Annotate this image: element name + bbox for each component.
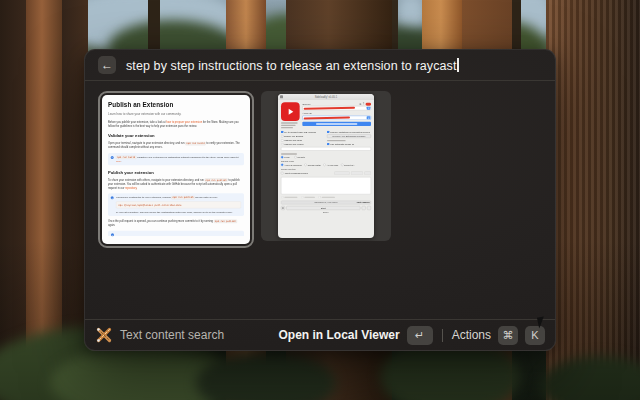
radio-selected [281, 164, 283, 166]
checkbox-unchecked [281, 139, 283, 141]
tweak-injection-label: Tweak injection [281, 168, 371, 170]
doc-paragraph: Once the pull request is opened, you can… [108, 219, 244, 227]
primary-action-label: Open in Local Viewer [278, 328, 399, 342]
search-query-text: step by step instructions to release an … [126, 59, 456, 73]
idevice-dropdown: ▾ [302, 106, 371, 110]
mac-window-body: iDevice ⊕ ? [278, 100, 374, 217]
gear-icon: ⚙ [281, 206, 285, 210]
info-icon: i [111, 233, 114, 236]
footer-divider [442, 329, 443, 342]
idevice-label: iDevice [302, 102, 310, 105]
disabled-options-row [281, 196, 371, 198]
inline-code: npm run publish [171, 196, 194, 199]
command-key-badge: ⌘ [498, 326, 518, 345]
redaction-scribble [304, 116, 350, 119]
dylib-list-area [281, 177, 371, 194]
text-caret [457, 58, 459, 72]
remove-app-extensions-button: Remove App Extensions (Plugins) [327, 134, 371, 138]
status-text: Done. [281, 211, 371, 213]
chevron-down-icon: ▾ [367, 107, 371, 110]
search-bar[interactable]: ← step by step instructions to release a… [85, 50, 555, 80]
back-button[interactable]: ← [98, 56, 116, 74]
blue-action-bar [302, 122, 371, 126]
doc-title: Publish an Extension [108, 100, 244, 109]
raycast-window: ← step by step instructions to release a… [84, 49, 556, 351]
apple-id-label: Apple ID [302, 112, 371, 115]
radio-unselected [304, 164, 306, 166]
return-key-badge: ↵ [407, 326, 433, 345]
inline-code: npm run publish [205, 178, 228, 181]
search-input[interactable]: step by step instructions to release an … [126, 58, 459, 73]
checkbox-checked [327, 143, 329, 145]
past-changes-label: Past changes [357, 201, 370, 203]
doc-heading-publish: Publish your extension [108, 169, 244, 175]
doc-subtitle: Learn how to share your extension with o… [108, 112, 244, 116]
disabled-button [364, 171, 371, 175]
mac-titlebar: Sideloadly! v0.40.1 [278, 94, 374, 100]
mac-window-title: Sideloadly! v0.40.1 [315, 95, 338, 98]
actions-label: Actions [452, 328, 491, 342]
inline-code: npm run publish [214, 220, 237, 223]
tweak-row: Inject dylibs/frameworks [281, 171, 371, 175]
radio-unselected [341, 164, 343, 166]
checkbox-checked [281, 131, 283, 133]
radio-unselected [294, 156, 296, 158]
square-button [362, 206, 366, 210]
actions-menu-button[interactable]: Actions ⌘ K [452, 326, 545, 345]
k-key-badge: K [525, 326, 545, 345]
disabled-button [334, 171, 349, 175]
doc-paragraph: Before you publish your extension, take … [108, 121, 244, 129]
checkbox-unchecked [281, 172, 283, 174]
doc-heading-validate: Validate your extension [108, 133, 244, 139]
crossed-ropes-icon [96, 327, 112, 343]
sideloadly-footer-bar: sideloadly.io, your home Past changes [281, 201, 371, 205]
results-grid: Publish an Extension Learn how to share … [85, 81, 555, 319]
result-app-screenshot[interactable]: Sideloadly! v0.40.1 [261, 91, 391, 241]
signing-mode-radios: Apple ID Sideload Normal install Ad-hoc … [281, 164, 371, 166]
unreadable-label-bar [281, 153, 297, 154]
square-button [367, 206, 371, 210]
start-row: ⚙ Start [281, 206, 371, 210]
open-in-local-viewer-button[interactable]: Open in Local Viewer ↵ [278, 326, 432, 345]
unreadable-label-bar [327, 140, 346, 141]
back-icon: ← [101, 59, 113, 71]
mode-label: Text content search [120, 328, 224, 342]
checkbox-checked [327, 131, 329, 133]
doc-link: how to prepare your extension [166, 121, 202, 124]
doc-paragraph: To share your extension with others, nav… [108, 178, 244, 190]
radio-selected [281, 156, 283, 158]
result-doc-screenshot-selected[interactable]: Publish an Extension Learn how to share … [98, 91, 254, 248]
doc-info-box: i If someone contributes to your extensi… [108, 193, 244, 216]
app-icon [280, 95, 283, 98]
radio-unselected [323, 164, 325, 166]
doc-paragraph: Open your terminal, navigate to your ext… [108, 142, 244, 150]
redaction-scribble [304, 107, 356, 110]
disabled-button [351, 171, 363, 175]
checkbox-unchecked [281, 135, 283, 137]
play-icon [288, 109, 293, 115]
doc-info-box: i npm run build validates your extension… [108, 153, 244, 165]
footer-bar: Text content search Open in Local Viewer… [85, 320, 555, 350]
info-icon: i [111, 156, 114, 159]
chevron-down-icon: ▾ [367, 116, 371, 119]
options-grid: Try to support older iOS versions Remove… [281, 131, 371, 146]
doc-screenshot: Publish an Extension Learn how to share … [102, 95, 250, 244]
signing-mode-label: Signing Mode [281, 160, 371, 162]
info-icon: i [111, 196, 114, 199]
inline-code: npm run build [185, 142, 205, 145]
doc-info-box-cut: i [108, 231, 244, 236]
app-version-lines [281, 122, 300, 128]
code-block: npx @raycast/api@latest pull-contributio… [116, 201, 241, 208]
sideloadly-window: Sideloadly! v0.40.1 [278, 94, 374, 238]
apple-id-dropdown: ▾ [302, 116, 371, 120]
doc-link: repository [125, 186, 137, 189]
youtube-app-icon [281, 102, 300, 121]
text-field [281, 147, 371, 151]
doc-page: Publish an Extension Learn how to share … [102, 95, 250, 244]
checkbox-unchecked [281, 143, 283, 145]
location-radios: Local Remote [281, 156, 371, 158]
start-button: Start [286, 206, 360, 210]
